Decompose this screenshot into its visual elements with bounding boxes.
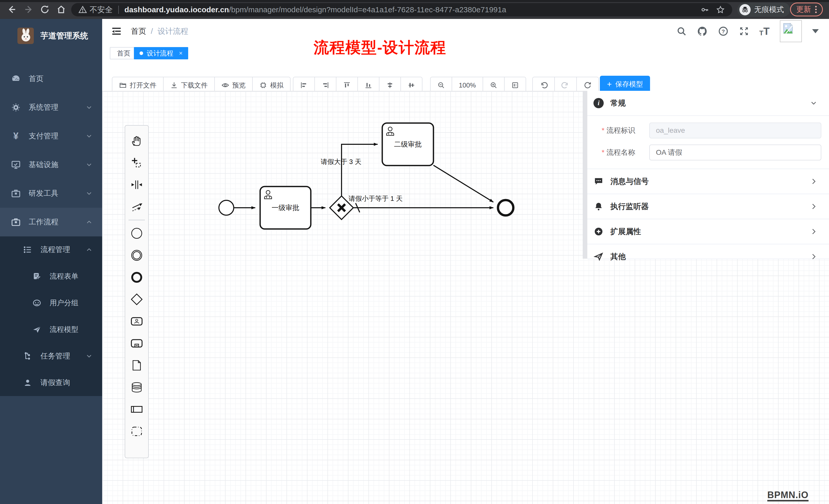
info-icon: i <box>593 98 604 108</box>
dashboard-icon <box>10 74 22 84</box>
forward-icon <box>24 5 34 14</box>
home-icon <box>56 5 66 14</box>
browser-toolbar: 不安全 dashboard.yudao.iocoder.cn/bpm/manag… <box>0 0 829 19</box>
browser-menu-icon[interactable] <box>815 6 817 13</box>
sidebar-collapse-button[interactable] <box>111 26 122 37</box>
required-asterisk: * <box>602 126 605 134</box>
user-task-level2[interactable]: 二级审批 <box>382 123 433 165</box>
general-fields: *流程标识 *流程名称 <box>587 116 829 169</box>
folder-icon <box>119 81 127 89</box>
sidebar-item-process-model[interactable]: 流程模型 <box>0 316 102 343</box>
process-key-input[interactable] <box>649 122 821 139</box>
task1-label: 一级审批 <box>272 204 299 211</box>
sidebar-item-user-group[interactable]: 用户分组 <box>0 289 102 316</box>
browser-update-button[interactable]: 更新 <box>790 3 823 16</box>
url-path: /bpm/manager/model/design?modelId=e4a1a1… <box>229 5 506 14</box>
fullscreen-icon[interactable] <box>739 26 749 36</box>
warning-triangle-icon <box>78 5 87 14</box>
sidebar-submenu-workflow: 流程管理 流程表单 用户分组 流程模型 任务管理 请假 <box>0 236 102 396</box>
bpmn-io-watermark[interactable]: BPMN.iO <box>767 490 808 501</box>
button-label: 模拟 <box>270 81 283 90</box>
save-model-button[interactable]: + 保存模型 <box>600 76 650 92</box>
annotation-title: 流程模型-设计流程 <box>314 37 446 58</box>
tag-home[interactable]: 首页 <box>110 47 138 60</box>
message-icon <box>593 177 604 186</box>
panel-resize-gutter[interactable] <box>583 91 587 259</box>
sidebar-item-payment[interactable]: ¥ 支付管理 <box>0 122 102 150</box>
flow-task2-to-end[interactable] <box>433 165 493 202</box>
section-label: 其他 <box>610 251 809 262</box>
sidebar-item-infra[interactable]: 基础设施 <box>0 150 102 179</box>
plus-icon: + <box>607 80 612 88</box>
sidebar-item-home[interactable]: 首页 <box>0 65 102 93</box>
edge-label-gt3[interactable]: 请假大于 3 天 <box>321 158 361 165</box>
gear-icon <box>10 102 22 113</box>
sidebar-item-system[interactable]: 系统管理 <box>0 93 102 122</box>
broken-image-icon <box>781 22 795 35</box>
panel-section-other[interactable]: 其他 <box>587 244 829 269</box>
app-title: 芋道管理系统 <box>40 31 88 41</box>
plus-circle-icon <box>593 227 604 236</box>
app-logo-rabbit <box>17 28 34 44</box>
tag-close-icon[interactable]: × <box>179 50 183 57</box>
address-bar[interactable]: 不安全 dashboard.yudao.iocoder.cn/bpm/manag… <box>71 3 732 16</box>
briefcase-icon <box>10 188 22 198</box>
app-logo-row[interactable]: 芋道管理系统 <box>0 23 102 49</box>
security-chip[interactable]: 不安全 <box>78 5 113 15</box>
refresh-icon <box>40 5 50 14</box>
browser-back-button[interactable] <box>6 4 17 15</box>
end-event[interactable] <box>498 200 513 216</box>
panel-section-extension[interactable]: 扩展属性 <box>587 219 829 244</box>
browser-forward-button[interactable] <box>23 4 35 15</box>
avatar-dropdown-caret[interactable] <box>812 29 819 33</box>
sidebar-item-process-manage[interactable]: 流程管理 <box>0 236 102 263</box>
panel-section-message[interactable]: 消息与信号 <box>587 169 829 194</box>
sidebar-item-label: 基础设施 <box>29 160 85 170</box>
breadcrumb-home[interactable]: 首页 <box>131 26 146 37</box>
start-event[interactable] <box>219 200 234 215</box>
sidebar: 芋道管理系统 首页 系统管理 ¥ 支付管理 基础设施 研发工具 工 <box>0 19 102 504</box>
font-size-icon[interactable]: TT <box>759 26 769 36</box>
flow-gateway-to-task2[interactable] <box>341 144 377 196</box>
main-content: 首页 / 设计流程 ? TT 首页 设计流程 × 流程模型-设计流程 <box>102 19 829 504</box>
tag-label: 首页 <box>117 49 130 58</box>
section-label: 常规 <box>610 98 809 109</box>
chevron-down-icon <box>809 99 818 107</box>
process-key-label: *流程标识 <box>602 126 649 135</box>
sidebar-item-process-form[interactable]: 流程表单 <box>0 263 102 289</box>
help-icon[interactable]: ? <box>718 26 729 37</box>
sidebar-item-devtools[interactable]: 研发工具 <box>0 179 102 208</box>
user-task-level1[interactable]: 一级审批 <box>260 187 311 229</box>
avatar[interactable] <box>780 20 802 42</box>
sidebar-item-label: 请假查询 <box>40 378 93 388</box>
panel-section-general[interactable]: i 常规 <box>587 91 829 116</box>
svg-text:?: ? <box>721 28 725 34</box>
bookmark-star-icon[interactable] <box>716 5 725 14</box>
browser-refresh-button[interactable] <box>39 4 51 15</box>
sidebar-item-label: 流程表单 <box>50 271 93 281</box>
sidebar-item-label: 工作流程 <box>29 217 85 227</box>
process-name-label: *流程名称 <box>602 148 649 157</box>
edge-label-le1[interactable]: 请假小于等于 1 天 <box>349 195 403 202</box>
panel-section-listener[interactable]: 执行监听器 <box>587 194 829 219</box>
github-icon[interactable] <box>697 26 708 37</box>
sidebar-item-workflow[interactable]: 工作流程 <box>0 208 102 236</box>
chevron-down-icon <box>85 104 93 111</box>
browser-frame-strip <box>0 0 829 2</box>
yen-icon: ¥ <box>10 131 22 142</box>
button-label: 预览 <box>232 81 246 90</box>
search-icon[interactable] <box>676 26 687 36</box>
browser-home-button[interactable] <box>55 4 67 15</box>
process-name-input[interactable] <box>649 145 821 160</box>
header-actions: ? TT <box>676 19 819 43</box>
password-key-icon[interactable] <box>700 5 709 14</box>
tag-design-process[interactable]: 设计流程 × <box>134 47 188 60</box>
process-key-row: *流程标识 <box>587 119 829 142</box>
chevron-up-icon <box>85 218 93 226</box>
briefcase-icon <box>10 217 22 227</box>
chevron-down-icon <box>85 132 93 140</box>
cpu-icon <box>259 81 267 89</box>
sidebar-item-label: 流程管理 <box>40 244 85 255</box>
sidebar-item-task-manage[interactable]: 任务管理 <box>0 343 102 370</box>
sidebar-item-leave-query[interactable]: 请假查询 <box>0 370 102 396</box>
